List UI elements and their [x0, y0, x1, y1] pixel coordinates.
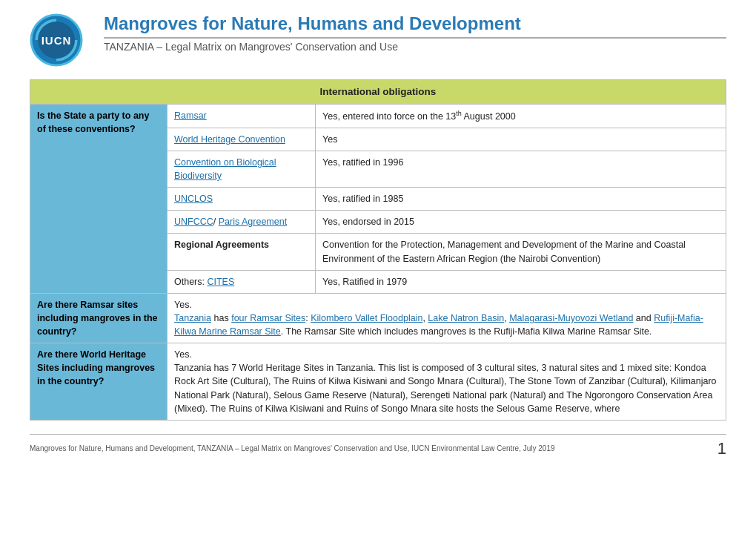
ramsar-sites-row: Are there Ramsar sites including mangrov…	[30, 293, 726, 343]
page-header: IUCN Mangroves for Nature, Humans and De…	[30, 13, 726, 69]
sub-title: TANZANIA – Legal Matrix on Mangroves' Co…	[104, 41, 726, 53]
unclos-link[interactable]: UNCLOS	[174, 194, 213, 204]
paris-link[interactable]: Paris Agreement	[219, 217, 287, 227]
malagarasi-link[interactable]: Malagarasi-Muyovozi Wetland	[509, 313, 633, 323]
footer-page-number: 1	[717, 439, 726, 458]
main-title: Mangroves for Nature, Humans and Develop…	[104, 13, 726, 39]
iucn-logo: IUCN	[30, 13, 83, 67]
cites-answer-cell: Yes, Ratified in 1979	[316, 270, 726, 293]
regional-label: Regional Agreements	[174, 240, 269, 250]
ramsar-link-cell: Ramsar	[168, 104, 316, 128]
footer-text: Mangroves for Nature, Humans and Develop…	[30, 444, 555, 452]
page-footer: Mangroves for Nature, Humans and Develop…	[30, 434, 726, 458]
heritage-sites-row: Are there World Heritage Sites including…	[30, 343, 726, 421]
cbd-link[interactable]: Convention on Biological Biodiversity	[174, 157, 276, 181]
logo-area: IUCN	[30, 13, 96, 69]
ramsar-answer-cell: Yes, entered into force on the 13th Augu…	[316, 104, 726, 128]
title-area: Mangroves for Nature, Humans and Develop…	[96, 13, 726, 53]
cites-link-cell: Others: CITES	[168, 270, 316, 293]
international-obligations-table: International obligations Is the State a…	[30, 79, 726, 421]
cites-link[interactable]: CITES	[207, 277, 234, 287]
ramsar-link[interactable]: Ramsar	[174, 111, 207, 121]
world-heritage-link[interactable]: World Heritage Convention	[174, 134, 285, 145]
tanzania-link[interactable]: Tanzania	[174, 313, 211, 323]
unclos-link-cell: UNCLOS	[168, 188, 316, 211]
unfccc-link[interactable]: UNFCCC	[174, 217, 213, 227]
regional-label-cell: Regional Agreements	[168, 234, 316, 270]
unfccc-link-cell: UNFCCC/ Paris Agreement	[168, 211, 316, 234]
table-row: Is the State a party to any of these con…	[30, 104, 726, 128]
ramsar-sites-question-cell: Are there Ramsar sites including mangrov…	[30, 293, 168, 343]
whc-link-cell: World Heritage Convention	[168, 128, 316, 151]
table-header-cell: International obligations	[30, 80, 726, 105]
ramsar-sites-answer-cell: Yes. Tanzania has four Ramsar Sites: Kil…	[168, 293, 726, 343]
heritage-sites-question-cell: Are there World Heritage Sites including…	[30, 343, 168, 421]
whc-answer-cell: Yes	[316, 128, 726, 151]
table-header-row: International obligations	[30, 80, 726, 105]
conventions-question-cell: Is the State a party to any of these con…	[30, 104, 168, 293]
cbd-link-cell: Convention on Biological Biodiversity	[168, 151, 316, 187]
four-ramsar-link[interactable]: four Ramsar Sites	[231, 313, 305, 323]
unfccc-answer-cell: Yes, endorsed in 2015	[316, 211, 726, 234]
kilombero-link[interactable]: Kilombero Vallet Floodplain	[311, 313, 422, 323]
regional-answer-cell: Convention for the Protection, Managemen…	[316, 234, 726, 270]
unclos-answer-cell: Yes, ratified in 1985	[316, 188, 726, 211]
cbd-answer-cell: Yes, ratified in 1996	[316, 151, 726, 187]
svg-text:IUCN: IUCN	[42, 34, 72, 47]
heritage-sites-answer-cell: Yes. Tanzania has 7 World Heritage Sites…	[168, 343, 726, 421]
lake-natron-link[interactable]: Lake Natron Basin	[428, 313, 504, 323]
